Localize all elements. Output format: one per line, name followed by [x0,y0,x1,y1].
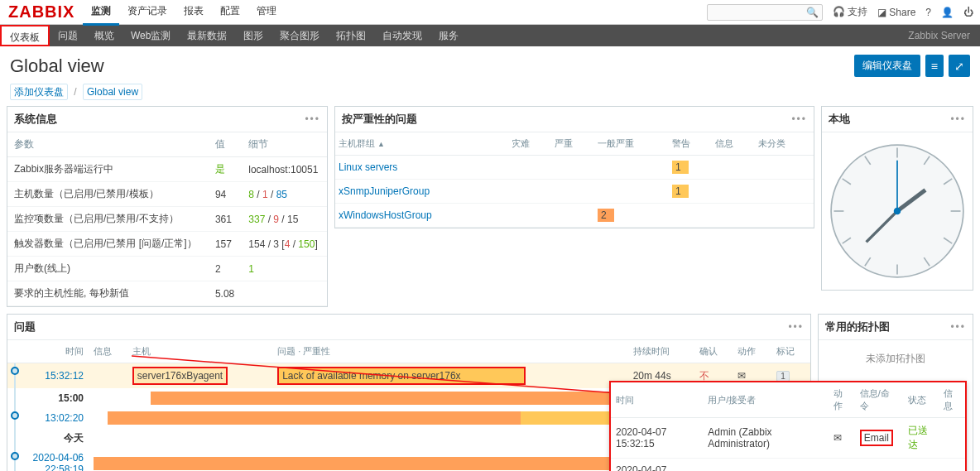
sysinfo-h-param: 参数 [7,132,209,157]
topnav-reports[interactable]: 报表 [175,0,212,26]
hostgroup-link[interactable]: xWindowsHostGroup [339,209,432,221]
sysinfo-value: 157 [209,232,242,257]
topnav-inventory[interactable]: 资产记录 [119,0,175,26]
subnav-problems[interactable]: 问题 [50,25,86,46]
widget-menu-icon[interactable]: ••• [791,113,807,125]
popup-cmd [855,459,903,472]
sysinfo-param: 触发器数量（已启用/已禁用 [问题/正常]） [7,232,209,257]
svg-point-16 [894,208,901,215]
share-link[interactable]: ◪ Share [877,7,915,18]
sysinfo-detail [242,281,327,306]
support-link[interactable]: 🎧 支持 [833,5,867,19]
mail-icon[interactable]: ✉ [737,370,746,382]
help-icon[interactable]: ? [925,7,931,18]
edit-dashboard-button[interactable]: 编辑仪表盘 [854,55,920,77]
search-icon: 🔍 [806,7,819,18]
severity-count[interactable]: 1 [672,185,689,198]
popup-user: Admin (Zabbix Administrator) [703,418,829,459]
popup-cmd: Email [855,418,903,459]
severity-widget: 按严重性的问题••• 主机群组 ▲灾难严重一般严重警告信息未分类 Linux s… [334,106,814,228]
sev-h: 警告 [669,132,712,156]
subnav-maps[interactable]: 拓扑图 [328,25,374,46]
sysinfo-detail: 154 / 3 [4 / 150] [242,232,327,257]
topnav-config[interactable]: 配置 [212,0,248,26]
clock-face [822,132,973,290]
topnav-monitoring[interactable]: 监测 [83,0,119,26]
popup-status [903,459,939,472]
sev-h: 一般严重 [594,132,669,156]
popup-row: 2020-04-07 15:32:15 Admin (Zabbix Admini… [611,418,965,459]
action-log-popup: 时间 用户/接受者 动作 信息/命令 状态 信息 2020-04-07 15:3… [609,381,967,471]
subnav-discovery[interactable]: 自动发现 [374,25,430,46]
sysinfo-row: 用户数(线上) 2 1 [7,257,327,281]
breadcrumb-root[interactable]: 添加仪表盘 [10,84,68,100]
severity-row: xSnmpJuniperGroup1 [335,180,814,204]
severity-count[interactable]: 1 [672,161,689,174]
problem-time-label: 15:00 [21,388,89,408]
title-bar: Global view 编辑仪表盘 ≡ ⤢ [0,46,980,85]
top-tools: 🔍 🎧 支持 ◪ Share ? 👤 ⏻ [707,4,980,21]
widget-menu-icon[interactable]: ••• [305,113,320,125]
sysinfo-h-det: 细节 [242,132,327,157]
sysinfo-title: 系统信息 [14,112,57,127]
sev-h: 未分类 [755,132,814,156]
problem-host[interactable]: server176xByagent [132,367,228,385]
popup-action-icon: ⎋ [829,459,855,472]
logo: ZABBIX [0,2,83,22]
hostgroup-link[interactable]: Linux servers [339,161,397,173]
topology-empty: 未添加拓扑图 [819,340,973,377]
prob-h-dur: 持续时间 [628,340,694,363]
popup-time: 2020-04-07 15:32:12 [611,459,703,472]
sysinfo-row: 触发器数量（已启用/已禁用 [问题/正常]） 157 154 / 3 [4 / … [7,232,327,257]
problem-time-label: 今天 [21,428,89,449]
prob-h-ack: 确认 [694,340,733,363]
topnav-admin[interactable]: 管理 [248,0,285,26]
popup-action-icon: ✉ [829,418,855,459]
subnav-dashboard[interactable]: 仪表板 [0,25,50,46]
problem-time-link[interactable]: 13:02:20 [45,412,84,424]
subnav-web[interactable]: Web监测 [122,25,179,46]
popup-user [703,459,829,472]
sysinfo-param: 主机数量（已启用/已禁用/模板） [7,182,209,207]
hostgroup-link[interactable]: xSnmpJuniperGroup [339,185,430,197]
sysinfo-detail: 337 / 9 / 15 [242,207,327,232]
sysinfo-detail: 8 / 1 / 85 [242,182,327,207]
subnav-screens[interactable]: 聚合图形 [271,25,328,46]
problem-name[interactable]: Lack of available memory on server176x [277,367,526,385]
sysinfo-value: 94 [209,182,242,207]
search-input[interactable]: 🔍 [707,4,823,21]
pop-h-info: 信息 [939,382,965,418]
sysinfo-row: 监控项数量（已启用/已禁用/不支持） 361 337 / 9 / 15 [7,207,327,232]
user-icon[interactable]: 👤 [941,7,954,18]
severity-row: Linux servers1 [335,156,814,180]
subnav-graphs[interactable]: 图形 [235,25,271,46]
breadcrumb-leaf[interactable]: Global view [83,84,142,100]
problem-time-link[interactable]: 15:32:12 [45,370,84,382]
sysinfo-row: Zabbix服务器端运行中 是 localhost:10051 [7,157,327,182]
widget-menu-icon[interactable]: ••• [788,321,804,333]
popup-time: 2020-04-07 15:32:15 [611,418,703,459]
prob-h-prob: 问题 · 严重性 [272,340,628,363]
topology-title: 常用的拓扑图 [825,320,890,334]
sub-nav: 仪表板 问题 概览 Web监测 最新数据 图形 聚合图形 拓扑图 自动发现 服务… [0,25,980,46]
sysinfo-value: 是 [209,157,242,182]
sysinfo-widget: 系统信息••• 参数 值 细节 Zabbix服务器端运行中 是 localhos… [7,106,328,307]
sev-h: 主机群组 ▲ [335,132,508,156]
sev-h: 信息 [712,132,755,156]
severity-title: 按严重性的问题 [342,112,417,127]
clock-title: 本地 [829,112,850,127]
problem-time-link[interactable]: 2020-04-06 22:58:19 [33,452,84,471]
sysinfo-param: Zabbix服务器端运行中 [7,157,209,182]
severity-count[interactable]: 2 [598,209,614,222]
subnav-latest[interactable]: 最新数据 [179,25,235,46]
widget-menu-icon[interactable]: ••• [950,113,966,125]
subnav-services[interactable]: 服务 [430,25,467,46]
subnav-overview[interactable]: 概览 [86,25,122,46]
dashboard-menu-button[interactable]: ≡ [925,55,944,77]
pop-h-st: 状态 [903,382,939,418]
sysinfo-detail: 1 [242,257,327,281]
fullscreen-button[interactable]: ⤢ [949,55,970,77]
problem-ack[interactable]: 不 [699,370,709,382]
power-icon[interactable]: ⏻ [963,7,973,18]
widget-menu-icon[interactable]: ••• [950,321,966,333]
